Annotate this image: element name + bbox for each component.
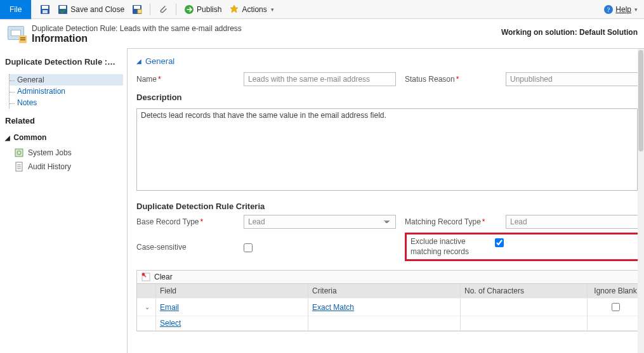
system-jobs-icon [14,148,24,158]
nav-label: System Jobs [28,148,72,157]
publish-button[interactable]: Publish [180,1,225,18]
actions-menu[interactable]: Actions ▾ [225,1,277,18]
paperclip-icon [158,4,168,15]
nav-item-notes[interactable]: Notes [10,97,123,108]
description-label: Description [136,93,643,102]
exclude-inactive-label: Exclude inactive matching records [411,237,495,257]
case-sensitive-label: Case-sensitive [136,243,235,252]
col-chars: No. of Characters [461,284,588,298]
actions-icon [229,4,239,15]
nav-item-administration[interactable]: Administration [10,86,123,97]
page-header: Duplicate Detection Rule: Leads with the… [0,19,644,48]
base-record-label: Base Record Type* [136,217,235,226]
file-tab[interactable]: File [0,0,31,19]
status-label: Status Reason* [405,75,497,84]
separator [150,4,150,15]
save-new-icon [132,4,142,15]
criteria-heading: Duplicate Detection Rule Criteria [136,202,643,211]
clear-button[interactable]: Clear [136,270,644,283]
solution-label: Working on solution: Default Solution [501,24,638,37]
section-label: General [145,56,174,66]
general-form: Name* Status Reason* Unpublished [136,72,643,86]
svg-rect-4 [60,6,66,9]
nav-common-system-jobs[interactable]: System Jobs [5,146,123,160]
save-and-close-button[interactable]: Save and Close [54,1,128,18]
col-criteria: Criteria [308,284,461,298]
ignore-blank-checkbox[interactable] [612,303,620,311]
nav-common-audit-history[interactable]: Audit History [5,160,123,174]
attach-button[interactable] [154,1,172,18]
entity-icon [6,24,25,42]
criteria-form: Base Record Type* Lead Matching Record T… [136,215,643,261]
clear-icon [141,272,151,282]
col-field: Field [156,284,308,298]
nav-link: General [17,75,44,84]
info-mini-icon [19,35,27,43]
svg-rect-14 [15,149,23,157]
chevron-down-icon: ▾ [271,6,274,13]
actions-label: Actions [242,5,266,14]
help-label: Help [615,5,631,14]
nav-item-general[interactable]: General [10,74,123,86]
help-menu[interactable]: ? Help ▾ [603,4,638,15]
select-link[interactable]: Select [160,319,181,328]
matching-record-select[interactable]: Lead [506,215,644,229]
description-textarea[interactable] [136,108,638,191]
svg-rect-12 [20,37,25,39]
ribbon: File Save and Close Publish Actions ▾ [0,0,644,19]
field-link[interactable]: Email [160,303,179,312]
svg-rect-13 [20,39,25,41]
header-kicker: Duplicate Detection Rule: Leads with the… [32,24,242,33]
svg-rect-7 [138,10,141,13]
separator [176,4,176,15]
grid-row[interactable]: ⌄ Email Exact Match [137,298,643,316]
nav-link: Administration [17,87,65,96]
name-input[interactable] [244,72,396,86]
grid-row-new[interactable]: Select [137,316,643,331]
criteria-grid: Field Criteria No. of Characters Ignore … [136,283,644,331]
nav-tree: General Administration Notes [9,74,123,108]
status-select[interactable]: Unpublished [506,72,644,86]
save-button[interactable] [36,1,54,18]
svg-point-21 [142,273,145,276]
caret-down-icon: ◢ [5,134,11,141]
base-record-select[interactable]: Lead [244,215,396,229]
exclude-inactive-checkbox[interactable] [495,238,504,247]
save-close-icon [58,4,68,15]
nav-entity-title: Duplicate Detection Rule :… [5,57,123,67]
save-close-label: Save and Close [70,5,124,14]
svg-text:?: ? [607,6,610,13]
vertical-scrollbar[interactable] [638,49,644,353]
matching-record-label: Matching Record Type* [405,217,497,226]
name-label: Name* [136,75,235,84]
publish-label: Publish [197,5,221,14]
help-icon: ? [603,4,614,15]
nav-common-label: Common [13,133,46,142]
exclude-inactive-highlight: Exclude inactive matching records [405,233,644,261]
section-general[interactable]: ◢ General [136,56,643,66]
nav-common-header[interactable]: ◢ Common [5,133,123,142]
criteria-grid-box: Clear Field Criteria No. of Characters I… [136,270,644,331]
grid-header: Field Criteria No. of Characters Ignore … [137,284,643,298]
criteria-link[interactable]: Exact Match [312,303,354,312]
chevron-down-icon[interactable]: ⌄ [145,304,150,311]
page-title: Information [32,33,242,44]
left-nav: Duplicate Detection Rule :… General Admi… [0,48,127,353]
clear-label: Clear [154,273,173,281]
save-icon [40,4,50,15]
chars-cell [461,298,588,316]
svg-rect-2 [43,10,48,13]
nav-label: Audit History [28,162,71,171]
case-sensitive-checkbox[interactable] [244,243,253,252]
nav-related-header: Related [5,116,123,125]
svg-rect-6 [134,6,140,9]
col-ignore: Ignore Blank [588,284,643,298]
header-titles: Duplicate Detection Rule: Leads with the… [32,24,242,44]
audit-history-icon [14,162,24,172]
svg-rect-1 [42,6,48,9]
caret-down-icon: ◢ [136,58,143,65]
nav-common-list: System Jobs Audit History [5,146,123,174]
chevron-down-icon: ▾ [634,6,638,13]
save-and-new-button[interactable] [128,1,146,18]
publish-icon [184,4,194,15]
